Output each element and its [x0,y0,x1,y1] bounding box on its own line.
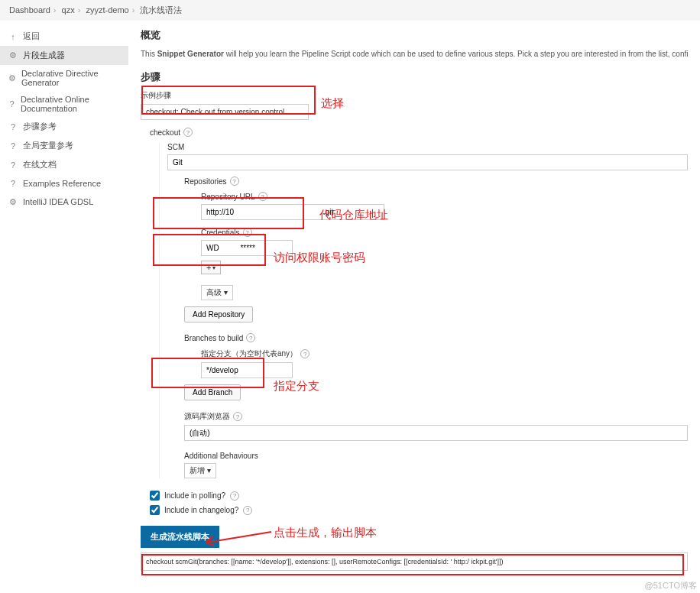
scm-select[interactable] [167,154,688,170]
credentials-select[interactable] [201,240,293,256]
arrow-up-icon: ↑ [8,31,18,42]
add-branch-button[interactable]: Add Branch [184,384,241,400]
sidebar: ↑ 返回 ⚙ 片段生成器 ⚙ Declarative Directive Gen… [0,21,128,578]
additional-label: Additional Behaviours [184,452,688,460]
help-icon: ? [8,99,16,109]
changelog-checkbox[interactable] [150,505,160,515]
sample-step-label: 示例步骤 [141,90,688,101]
sidebar-item-online-docs[interactable]: ? Declarative Online Documentation [0,91,128,117]
sidebar-item-directive-generator[interactable]: ⚙ Declarative Directive Generator [0,65,128,91]
gear-icon: ⚙ [8,196,18,207]
branch-input[interactable] [201,362,293,378]
help-icon: ? [8,141,18,151]
help-icon[interactable]: ? [246,333,255,342]
breadcrumb-item[interactable]: zyyzt-demo [86,5,128,15]
help-icon: ? [8,122,18,132]
repo-url-input[interactable] [201,204,384,220]
steps-heading: 步骤 [141,70,688,84]
help-icon[interactable]: ? [243,228,252,237]
gear-icon: ⚙ [8,73,17,83]
step-select[interactable]: checkout: Check out from version control [141,104,309,120]
overview-heading: 概览 [141,28,688,42]
branch-spec-label: 指定分支（为空时代表any） ? [201,348,688,359]
checkout-label: checkout ? [150,128,688,137]
script-output[interactable]: checkout scmGit(branches: [[name: '*/dev… [141,552,688,571]
help-icon[interactable]: ? [233,412,242,421]
sidebar-item-global-vars[interactable]: ? 全局变量参考 [0,136,128,155]
breadcrumb-item[interactable]: Dashboard [9,5,50,15]
help-icon[interactable]: ? [258,192,267,201]
gear-icon: ⚙ [8,50,18,61]
breadcrumb-item[interactable]: qzx [62,5,75,15]
main-content: 概览 This Snippet Generator will help you … [128,21,700,578]
generate-script-button[interactable]: 生成流水线脚本 [141,526,219,548]
help-icon[interactable]: ? [183,128,193,137]
scm-label: SCM [167,143,688,151]
changelog-label: Include in changelog? [164,506,238,514]
help-icon: ? [8,160,18,170]
breadcrumb: Dashboard› qzx› zyyzt-demo› 流水线语法 [0,0,700,21]
advanced-dropdown[interactable]: 高级 ▾ [201,285,233,300]
repo-url-label: Repository URL ? [201,192,688,201]
help-icon[interactable]: ? [230,177,239,186]
sidebar-item-steps-ref[interactable]: ? 步骤参考 [0,117,128,136]
sidebar-item-examples[interactable]: ? Examples Reference [0,174,128,193]
sidebar-back[interactable]: ↑ 返回 [0,27,128,46]
add-repository-button[interactable]: Add Repository [184,306,253,322]
polling-checkbox[interactable] [150,491,160,501]
add-credentials-button[interactable]: + ▾ [201,261,221,274]
help-icon[interactable]: ? [300,349,309,358]
breadcrumb-item[interactable]: 流水线语法 [140,5,182,15]
polling-label: Include in polling? [164,491,225,500]
help-icon[interactable]: ? [243,506,252,515]
sidebar-item-online-doc[interactable]: ? 在线文档 [0,155,128,174]
credentials-label: Credentials ? [201,228,688,237]
help-icon[interactable]: ? [230,491,239,501]
browser-select[interactable] [184,425,688,441]
additional-dropdown[interactable]: 新增 ▾ [184,463,216,478]
sidebar-item-snippet-generator[interactable]: ⚙ 片段生成器 [0,46,128,65]
help-icon: ? [8,178,18,189]
intro-text: This Snippet Generator will help you lea… [141,48,688,60]
sidebar-item-intellij[interactable]: ⚙ IntelliJ IDEA GDSL [0,193,128,211]
browser-label: 源码库浏览器 ? [184,411,688,422]
repositories-label: Repositories ? [184,177,688,186]
branches-label: Branches to build ? [184,333,688,342]
